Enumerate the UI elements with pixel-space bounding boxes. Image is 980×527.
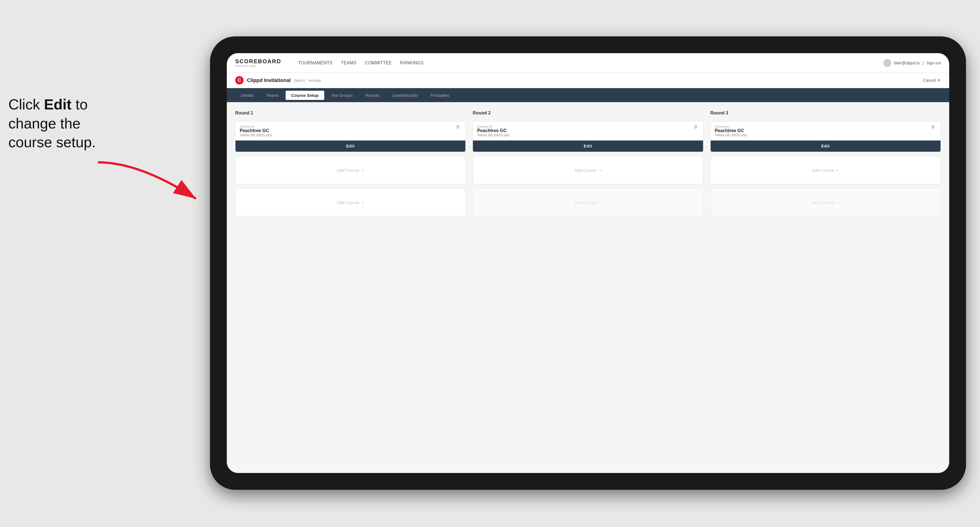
logo-area: SCOREBOARD Powered by clippd	[235, 58, 281, 67]
round-1-add-course-1-label: Add Course	[337, 168, 359, 173]
round-2-course-name: Peachtree GC	[477, 128, 698, 133]
round-1-course-name: Peachtree GC	[240, 128, 461, 133]
round-1-add-course-2[interactable]: Add Course +	[235, 188, 466, 216]
sub-header: C Clippd Invitational (Men) Hosting Canc…	[227, 73, 949, 88]
nav-rankings[interactable]: RANKINGS	[400, 59, 424, 67]
round-2-course-details: Yellow (M) (6629 yds)	[477, 133, 698, 137]
nav-teams[interactable]: TEAMS	[341, 59, 356, 67]
round-2-plus-icon-2: +	[599, 200, 601, 205]
round-3-add-course-2-label: Add Course	[812, 200, 834, 205]
nav-links: TOURNAMENTS TEAMS COMMITTEE RANKINGS	[298, 59, 872, 67]
round-3-course-header: (Course A) Peachtree GC Yellow (M) (6629…	[711, 121, 940, 137]
tab-printables[interactable]: Printables	[425, 90, 455, 100]
round-1-add-course-1[interactable]: Add Course +	[235, 156, 466, 184]
round-3-plus-icon-2: +	[837, 200, 839, 205]
sub-header-left: C Clippd Invitational (Men) Hosting	[235, 76, 321, 84]
round-1-course-details: Yellow (M) (6629 yds)	[240, 133, 461, 137]
logo-subtitle: Powered by clippd	[235, 65, 281, 67]
round-1-add-course-2-label: Add Course	[337, 200, 359, 205]
nav-separator: |	[923, 61, 924, 65]
round-2-plus-icon-1: +	[599, 168, 601, 173]
c-logo-icon: C	[235, 76, 243, 84]
hosting-badge: Hosting	[308, 78, 321, 83]
tablet-screen: SCOREBOARD Powered by clippd TOURNAMENTS…	[227, 53, 949, 473]
round-3-course-card: (Course A) Peachtree GC Yellow (M) (6629…	[710, 121, 941, 152]
round-1-course-header: (Course A) Peachtree GC Yellow (M) (6629…	[235, 121, 465, 137]
tab-course-setup[interactable]: Course Setup	[286, 90, 324, 100]
round-2-add-course-1-label: Add Course	[574, 168, 597, 173]
tablet-frame: SCOREBOARD Powered by clippd TOURNAMENTS…	[210, 37, 966, 490]
instruction-text: Click Edit to change the course setup.	[8, 95, 126, 152]
round-2-add-course-2: Add Course +	[473, 188, 703, 216]
tournament-gender: (Men)	[294, 78, 305, 83]
nav-tournaments[interactable]: TOURNAMENTS	[298, 59, 332, 67]
round-1-column: Round 1 (Course A) Peachtree GC Yellow (…	[235, 111, 466, 216]
round-1-plus-icon-1: +	[361, 168, 364, 173]
bold-edit: Edit	[44, 96, 72, 113]
nav-committee[interactable]: COMMITTEE	[365, 59, 392, 67]
round-3-add-course-2: Add Course +	[710, 188, 941, 216]
round-2-add-course-1[interactable]: Add Course +	[473, 156, 703, 184]
nav-right: blair@clippd.io | Sign out	[883, 59, 941, 67]
round-3-trash-icon[interactable]: 🗑	[931, 124, 937, 130]
round-2-trash-icon[interactable]: 🗑	[694, 124, 700, 130]
round-3-course-details: Yellow (M) (6629 yds)	[715, 133, 936, 137]
round-1-edit-button[interactable]: Edit	[235, 141, 465, 152]
round-3-add-course-1-label: Add Course	[812, 168, 834, 173]
round-3-plus-icon-1: +	[837, 168, 839, 173]
tab-details[interactable]: Details	[235, 90, 259, 100]
user-email: blair@clippd.io	[894, 61, 920, 65]
round-3-add-course-1[interactable]: Add Course +	[710, 156, 941, 184]
round-2-course-label: (Course A)	[477, 125, 698, 128]
round-2-course-card: (Course A) Peachtree GC Yellow (M) (6629…	[473, 121, 703, 152]
user-avatar	[883, 59, 891, 67]
round-2-title: Round 2	[473, 111, 703, 116]
round-3-course-name: Peachtree GC	[715, 128, 936, 133]
top-nav: SCOREBOARD Powered by clippd TOURNAMENTS…	[227, 53, 949, 73]
round-3-edit-button[interactable]: Edit	[711, 141, 940, 152]
round-1-course-card: (Course A) Peachtree GC Yellow (M) (6629…	[235, 121, 466, 152]
tournament-name: Clippd Invitational	[247, 78, 291, 83]
round-3-course-label: (Course A)	[715, 125, 936, 128]
tab-results[interactable]: Results	[360, 90, 385, 100]
round-2-column: Round 2 (Course A) Peachtree GC Yellow (…	[473, 111, 703, 216]
round-3-column: Round 3 (Course A) Peachtree GC Yellow (…	[710, 111, 941, 216]
cancel-button[interactable]: Cancel ✕	[923, 78, 941, 83]
round-1-title: Round 1	[235, 111, 466, 116]
round-2-course-header: (Course A) Peachtree GC Yellow (M) (6629…	[473, 121, 703, 137]
round-1-trash-icon[interactable]: 🗑	[456, 124, 462, 130]
tab-leaderboards[interactable]: Leaderboards	[387, 90, 424, 100]
rounds-grid: Round 1 (Course A) Peachtree GC Yellow (…	[235, 111, 941, 216]
sign-out-link[interactable]: Sign out	[926, 61, 941, 65]
round-2-add-course-2-label: Add Course	[574, 200, 597, 205]
tab-tee-groups[interactable]: Tee Groups	[326, 90, 359, 100]
round-2-edit-button[interactable]: Edit	[473, 141, 703, 152]
round-1-plus-icon-2: +	[361, 200, 364, 205]
round-3-title: Round 3	[710, 111, 941, 116]
tab-bar: Details Teams Course Setup Tee Groups Re…	[227, 88, 949, 102]
tab-teams[interactable]: Teams	[261, 90, 284, 100]
scoreboard-logo: SCOREBOARD	[235, 58, 281, 65]
round-1-course-label: (Course A)	[240, 125, 461, 128]
content-area: Round 1 (Course A) Peachtree GC Yellow (…	[227, 102, 949, 473]
